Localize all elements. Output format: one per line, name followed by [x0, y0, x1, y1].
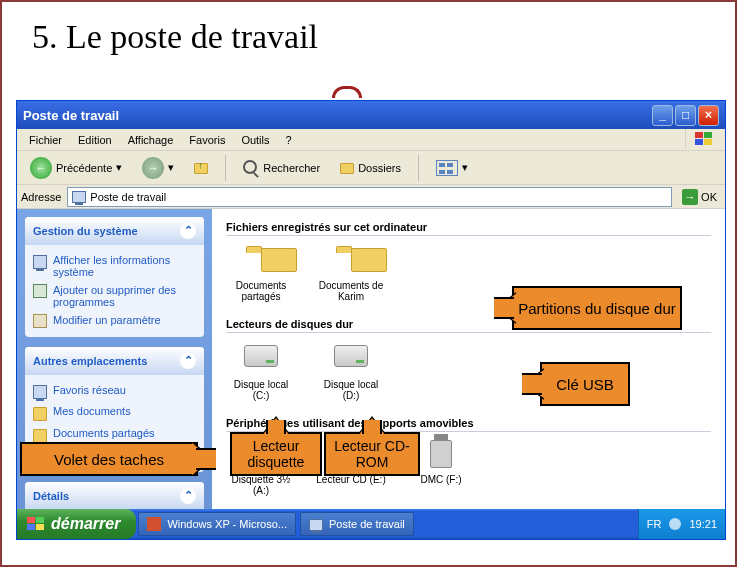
views-button[interactable]: ▾	[429, 157, 475, 179]
separator	[418, 155, 419, 181]
panel-title: Autres emplacements	[33, 355, 147, 367]
tray-icon[interactable]	[669, 518, 681, 530]
task-link[interactable]: Modifier un paramètre	[33, 311, 196, 331]
task-link[interactable]: Ajouter ou supprimer des programmes	[33, 281, 196, 311]
chevron-down-icon: ▾	[168, 161, 174, 174]
shareddocs-icon	[33, 429, 47, 443]
callout-partitions: Partitions du disque dur	[512, 286, 682, 330]
panel-details: Détails ⌃ Poste de travail Dossier systè…	[25, 482, 204, 509]
shared-documents[interactable]: Documents partagés	[226, 242, 296, 302]
search-label: Rechercher	[263, 162, 320, 174]
svg-rect-0	[695, 132, 703, 138]
titlebar: Poste de travail _ □ ×	[17, 101, 725, 129]
task-label: Afficher les informations système	[53, 254, 196, 278]
section-drives-items: Disque local (C:) Disque local (D:)	[226, 339, 711, 401]
collapse-icon: ⌃	[180, 223, 196, 239]
folders-icon	[340, 163, 354, 174]
up-folder-icon: ↑	[194, 163, 208, 174]
svg-rect-7	[36, 524, 44, 530]
svg-rect-6	[27, 524, 35, 530]
info-icon	[33, 255, 47, 269]
place-link[interactable]: Mes documents	[33, 402, 196, 424]
svg-rect-4	[27, 517, 35, 523]
mydocs-icon	[33, 407, 47, 421]
menu-view[interactable]: Affichage	[120, 131, 182, 149]
panel-title: Gestion du système	[33, 225, 138, 237]
address-label: Adresse	[21, 191, 61, 203]
menu-tools[interactable]: Outils	[233, 131, 277, 149]
item-label: Documents de Karim	[316, 280, 386, 302]
views-icon	[436, 160, 458, 176]
toolbar: ← Précédente ▾ → ▾ ↑ Rechercher Dossiers	[17, 151, 725, 185]
go-label: OK	[701, 191, 717, 203]
item-label: Disque local (C:)	[226, 379, 296, 401]
taskbar-item-label: Windows XP - Microso...	[167, 518, 287, 530]
up-button[interactable]: ↑	[187, 158, 215, 177]
chevron-down-icon: ▾	[116, 161, 122, 174]
local-disk-d[interactable]: Disque local (D:)	[316, 339, 386, 401]
forward-button[interactable]: → ▾	[135, 154, 181, 182]
menu-edit[interactable]: Edition	[70, 131, 120, 149]
network-icon	[33, 385, 47, 399]
window-title: Poste de travail	[23, 108, 650, 123]
collapse-icon: ⌃	[180, 353, 196, 369]
menu-favorites[interactable]: Favoris	[181, 131, 233, 149]
folder-icon	[244, 246, 278, 272]
callout-taskpane: Volet des taches	[20, 442, 198, 476]
menu-file[interactable]: Fichier	[21, 131, 70, 149]
collapse-icon: ⌃	[180, 488, 196, 504]
item-label: Disque local (D:)	[316, 379, 386, 401]
search-icon	[243, 160, 259, 176]
callout-usb: Clé USB	[540, 362, 630, 406]
svg-rect-5	[36, 517, 44, 523]
computer-icon	[309, 519, 323, 531]
windows-logo-icon	[27, 517, 45, 531]
place-label: Favoris réseau	[53, 384, 126, 399]
maximize-button[interactable]: □	[675, 105, 696, 126]
back-arrow-icon: ←	[30, 157, 52, 179]
address-input[interactable]: Poste de travail	[67, 187, 672, 207]
taskbar-item[interactable]: Windows XP - Microso...	[138, 512, 296, 536]
local-disk-c[interactable]: Disque local (C:)	[226, 339, 296, 401]
usb-icon	[430, 440, 452, 468]
menubar: Fichier Edition Affichage Favoris Outils…	[17, 129, 725, 151]
place-label: Mes documents	[53, 405, 131, 421]
svg-rect-1	[704, 132, 712, 138]
task-label: Ajouter ou supprimer des programmes	[53, 284, 196, 308]
task-link[interactable]: Afficher les informations système	[33, 251, 196, 281]
slide-accent	[332, 86, 362, 98]
callout-label: Lecteur disquette	[232, 438, 320, 470]
taskbar-item[interactable]: Poste de travail	[300, 512, 414, 536]
drive-icon	[334, 345, 368, 367]
clock[interactable]: 19:21	[689, 518, 717, 530]
close-button[interactable]: ×	[698, 105, 719, 126]
section-removable-header: Périphériques utilisant des supports amo…	[226, 415, 711, 432]
slide: 5. Le poste de travail Poste de travail …	[0, 0, 737, 567]
start-button[interactable]: démarrer	[17, 509, 136, 539]
callout-label: Partitions du disque dur	[518, 300, 676, 317]
panel-title: Détails	[33, 490, 69, 502]
menu-help[interactable]: ?	[278, 131, 300, 149]
user-documents[interactable]: Documents de Karim	[316, 242, 386, 302]
place-link[interactable]: Favoris réseau	[33, 381, 196, 402]
windows-flag-icon	[685, 129, 721, 149]
panel-header[interactable]: Gestion du système ⌃	[25, 217, 204, 245]
search-button[interactable]: Rechercher	[236, 157, 327, 179]
separator	[225, 155, 226, 181]
callout-label: Lecteur CD-ROM	[326, 438, 418, 470]
folders-button[interactable]: Dossiers	[333, 158, 408, 177]
back-button[interactable]: ← Précédente ▾	[23, 154, 129, 182]
panel-header[interactable]: Détails ⌃	[25, 482, 204, 509]
place-label: Documents partagés	[53, 427, 155, 443]
minimize-button[interactable]: _	[652, 105, 673, 126]
go-arrow-icon: →	[682, 189, 698, 205]
chevron-down-icon: ▾	[462, 161, 468, 174]
panel-body: Afficher les informations système Ajoute…	[25, 245, 204, 337]
language-indicator[interactable]: FR	[647, 518, 662, 530]
panel-header[interactable]: Autres emplacements ⌃	[25, 347, 204, 375]
taskbar: démarrer Windows XP - Microso... Poste d…	[17, 509, 725, 539]
start-label: démarrer	[51, 515, 120, 533]
task-label: Modifier un paramètre	[53, 314, 161, 328]
callout-floppy: Lecteur disquette	[230, 432, 322, 476]
go-button[interactable]: → OK	[678, 189, 721, 205]
